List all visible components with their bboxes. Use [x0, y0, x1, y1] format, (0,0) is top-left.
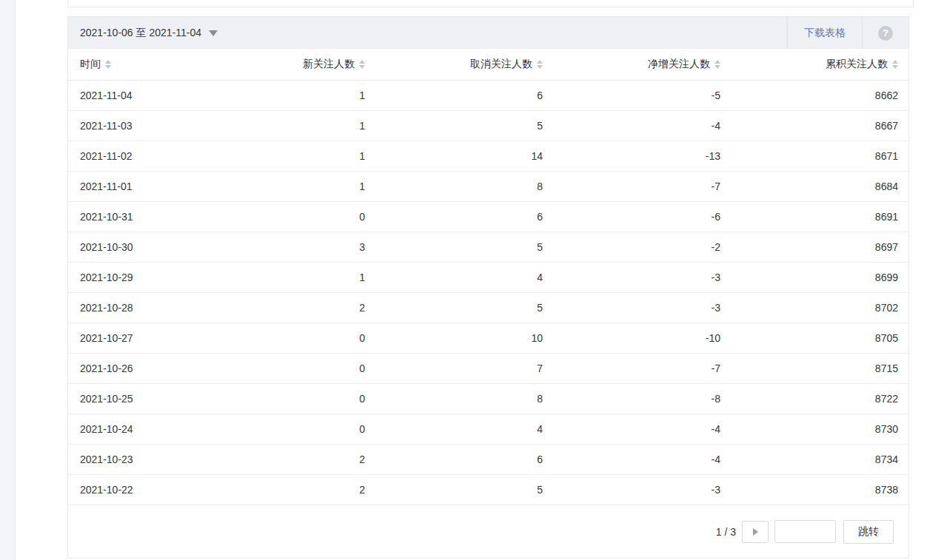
- cell-value: 4: [375, 262, 553, 292]
- cell-value: 8738: [731, 474, 908, 505]
- cell-date: 2021-10-28: [68, 292, 198, 323]
- table-row: 2021-10-3035-28697: [68, 232, 908, 262]
- cell-value: 0: [198, 353, 375, 383]
- page-indicator: 1 / 3: [716, 526, 736, 538]
- cell-value: 8722: [731, 383, 908, 414]
- table-row: 2021-10-2404-48730: [68, 414, 908, 444]
- cell-value: -4: [553, 110, 731, 141]
- cell-date: 2021-10-31: [68, 201, 198, 232]
- cell-value: 0: [198, 414, 375, 444]
- cell-value: 5: [375, 110, 553, 141]
- cell-value: 8697: [731, 232, 908, 262]
- cell-value: -5: [553, 80, 731, 110]
- cell-date: 2021-11-02: [68, 141, 198, 171]
- table-row: 2021-11-0118-78684: [68, 171, 908, 201]
- date-range-label: 2021-10-06 至 2021-11-04: [80, 27, 201, 40]
- cell-value: 3: [198, 232, 375, 262]
- table-header-row: 时间 新关注人数 取消关注人数 净增关注人数 累积关注人数: [68, 49, 908, 80]
- cell-value: 8734: [731, 444, 908, 474]
- previous-card-fragment: [67, 0, 914, 7]
- cell-value: 10: [375, 323, 553, 353]
- cell-value: 1: [198, 262, 375, 292]
- cell-value: 8730: [731, 414, 908, 444]
- table-row: 2021-10-2825-38702: [68, 292, 908, 323]
- sort-icon: [715, 60, 720, 69]
- column-header-time[interactable]: 时间: [68, 49, 198, 80]
- cell-date: 2021-10-23: [68, 444, 198, 474]
- cell-value: -2: [553, 232, 731, 262]
- cell-value: 8715: [731, 353, 908, 383]
- cell-value: 5: [375, 292, 553, 323]
- cell-value: 2: [198, 292, 375, 323]
- cell-date: 2021-11-03: [68, 110, 198, 141]
- cell-value: 6: [375, 80, 553, 110]
- cell-value: 6: [375, 444, 553, 474]
- table-row: 2021-10-2914-38699: [68, 262, 908, 292]
- page-left-gutter: [0, 0, 16, 560]
- next-page-button[interactable]: [742, 521, 769, 543]
- cell-value: 14: [375, 141, 553, 171]
- cell-value: -7: [553, 171, 731, 201]
- cell-value: 8667: [731, 110, 908, 141]
- cell-value: 8702: [731, 292, 908, 323]
- cell-value: 8671: [731, 141, 908, 171]
- cell-value: 8: [375, 383, 553, 414]
- cell-value: 8705: [731, 323, 908, 353]
- column-header-net-followers[interactable]: 净增关注人数: [553, 49, 731, 80]
- cell-value: 2: [198, 444, 375, 474]
- cell-value: -3: [553, 292, 731, 323]
- sort-icon: [359, 60, 365, 69]
- cell-date: 2021-10-27: [68, 323, 198, 353]
- table-row: 2021-11-0416-58662: [68, 80, 908, 110]
- table-row: 2021-10-2607-78715: [68, 353, 908, 383]
- cell-value: -13: [553, 141, 731, 171]
- table-row: 2021-11-0315-48667: [68, 110, 908, 141]
- cell-value: 4: [375, 414, 553, 444]
- pagination-bar: 1 / 3 跳转: [68, 505, 908, 559]
- cell-value: -8: [553, 383, 731, 414]
- table-row: 2021-10-3106-68691: [68, 201, 908, 232]
- cell-date: 2021-10-26: [68, 353, 198, 383]
- cell-value: 8: [375, 171, 553, 201]
- table-row: 2021-11-02114-138671: [68, 141, 908, 171]
- cell-value: 0: [198, 323, 375, 353]
- cell-value: 8699: [731, 262, 908, 292]
- cell-value: 1: [198, 80, 375, 110]
- cell-date: 2021-10-24: [68, 414, 198, 444]
- page-jump-button[interactable]: 跳转: [843, 520, 894, 544]
- date-range-selector[interactable]: 2021-10-06 至 2021-11-04: [80, 27, 218, 40]
- sort-icon: [537, 60, 543, 69]
- help-button[interactable]: ?: [863, 26, 908, 41]
- cell-value: 2: [198, 474, 375, 505]
- cell-value: -4: [553, 414, 731, 444]
- table-row: 2021-10-27010-108705: [68, 323, 908, 353]
- cell-value: 5: [375, 474, 553, 505]
- next-page-icon: [753, 528, 758, 536]
- column-header-new-followers[interactable]: 新关注人数: [198, 49, 375, 80]
- column-header-unfollowers[interactable]: 取消关注人数: [375, 49, 553, 80]
- cell-value: -3: [553, 262, 731, 292]
- table-row: 2021-10-2225-38738: [68, 474, 908, 505]
- cell-value: 8662: [731, 80, 908, 110]
- cell-date: 2021-10-30: [68, 232, 198, 262]
- sort-icon: [892, 60, 898, 69]
- table-body: 2021-11-0416-586622021-11-0315-486672021…: [68, 80, 908, 505]
- cell-value: -4: [553, 444, 731, 474]
- table-row: 2021-10-2508-88722: [68, 383, 908, 414]
- page-jump-input[interactable]: [774, 520, 836, 543]
- cell-value: 1: [198, 141, 375, 171]
- cell-value: -3: [553, 474, 731, 505]
- cell-value: 0: [198, 383, 375, 414]
- cell-value: 8684: [731, 171, 908, 201]
- cell-value: 0: [198, 201, 375, 232]
- cell-value: -7: [553, 353, 731, 383]
- column-header-cumulative-followers[interactable]: 累积关注人数: [731, 49, 908, 80]
- follower-data-table: 时间 新关注人数 取消关注人数 净增关注人数 累积关注人数 2021-11-04…: [68, 49, 908, 505]
- cell-value: 8691: [731, 201, 908, 232]
- cell-date: 2021-10-22: [68, 474, 198, 505]
- cell-date: 2021-10-29: [68, 262, 198, 292]
- question-mark-icon: ?: [878, 26, 893, 41]
- cell-value: 1: [198, 110, 375, 141]
- cell-value: 1: [198, 171, 375, 201]
- download-table-button[interactable]: 下载表格: [788, 27, 862, 40]
